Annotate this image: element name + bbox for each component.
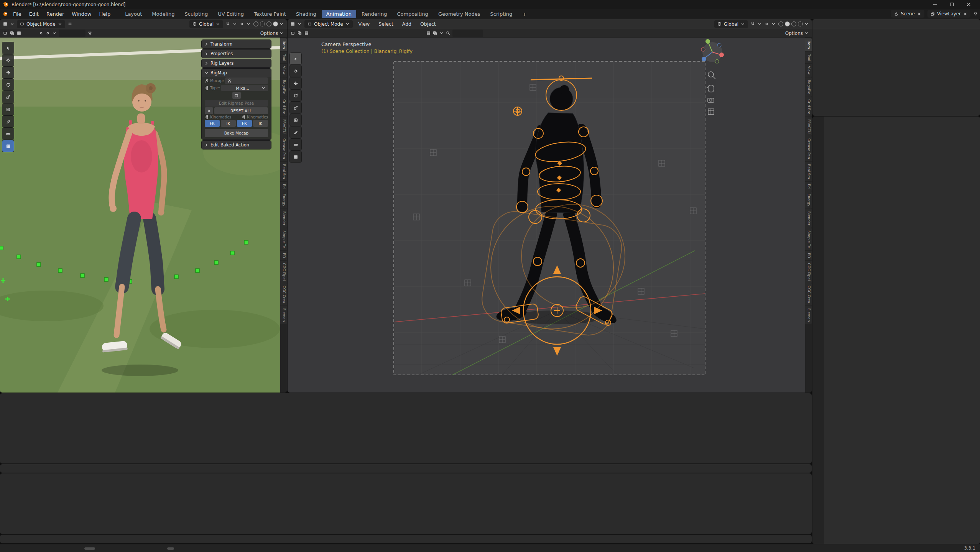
close-button[interactable] [960, 0, 977, 9]
options-dropdown[interactable]: Options [785, 31, 809, 36]
tool-move-button[interactable] [2, 67, 14, 78]
sidebar-tab-blender[interactable]: Blender [280, 209, 287, 228]
workspace-tab-animation[interactable]: Animation [322, 10, 356, 18]
chevron-down-icon[interactable] [247, 22, 251, 26]
select-subtract-icon[interactable] [17, 31, 21, 35]
chevron-down-icon[interactable] [771, 22, 776, 26]
vpl-reset-all-button[interactable]: RESET ALL [214, 107, 268, 114]
minimize-button[interactable] [926, 0, 943, 9]
workspace-tab-geometry-nodes[interactable]: Geometry Nodes [434, 10, 485, 18]
search-icon[interactable] [446, 31, 450, 35]
transform-orientation-dropdown[interactable]: Global [714, 20, 748, 28]
menu-render[interactable]: Render [43, 10, 68, 18]
brush-icon[interactable] [39, 31, 43, 35]
sidebar-tab-simple-te[interactable]: Simple Te [805, 228, 812, 250]
workspace-tab-layout[interactable]: Layout [120, 10, 146, 18]
viewport-menu-object[interactable]: Object [417, 20, 439, 28]
options-dropdown[interactable]: Options [260, 31, 284, 36]
chevron-down-icon[interactable] [10, 22, 14, 26]
select-mode-icon[interactable] [291, 31, 295, 35]
sidebar-tab-grid-bre[interactable]: Grid Bre [805, 97, 812, 117]
tool-rotate-button[interactable] [2, 79, 14, 90]
tool-move-button[interactable] [290, 77, 301, 89]
shading-rendered-icon[interactable] [798, 21, 803, 26]
filter-icon[interactable] [88, 31, 92, 35]
workspace-tab-compositing[interactable]: Compositing [392, 10, 433, 18]
sidebar-tab-item[interactable]: Item [805, 38, 812, 51]
tool-cursor-button[interactable] [290, 65, 301, 77]
scrollbar-nub[interactable] [167, 547, 174, 550]
shading-material-preview-icon[interactable] [791, 21, 796, 26]
unlink-scene-icon[interactable] [917, 12, 921, 16]
shading-rendered-icon[interactable] [273, 21, 278, 26]
sidebar-tab-tool[interactable]: Tool [805, 52, 812, 63]
snap-icon[interactable] [226, 22, 230, 26]
sidebar-tab-item[interactable]: Item [280, 38, 287, 51]
vpl-type-dropdown[interactable]: Mixa... [221, 85, 268, 91]
sidebar-tab-simple-te[interactable]: Simple Te [280, 228, 287, 250]
workspace-tab-modeling[interactable]: Modeling [147, 10, 179, 18]
sidebar-tab-pd[interactable]: PD [805, 251, 812, 260]
tool-annotate-button[interactable] [290, 127, 301, 138]
chevron-down-icon[interactable] [804, 22, 809, 26]
sidebar-tab-elemen[interactable]: Elemen [280, 306, 287, 324]
sidebar-tab-blender[interactable]: Blender [805, 209, 812, 228]
viewport-left[interactable]: Object ModeGlobal Options [0, 19, 287, 393]
vpl-edit-rigmap-pose-button[interactable]: Edit Rigmap Pose [205, 100, 268, 107]
blender-menu-icon[interactable] [2, 11, 8, 17]
sidebar-tab-cgc-crea[interactable]: CGC Crea [280, 283, 287, 306]
menu-help[interactable]: Help [95, 10, 115, 18]
workspace-tab-scripting[interactable]: Scripting [486, 10, 517, 18]
select-mode-icon[interactable] [3, 31, 7, 35]
sidebar-tab-fractu[interactable]: FRACTU [805, 117, 812, 136]
snap-target-icon[interactable] [426, 31, 431, 35]
workspace-tab-texture-paint[interactable]: Texture Paint [249, 10, 291, 18]
sidebar-tab-real-sm[interactable]: Real Sm [805, 162, 812, 181]
sidebar-tab-energy[interactable]: Energy [805, 191, 812, 209]
filter-icon[interactable] [973, 12, 978, 16]
sidebar-tab-bagapie[interactable]: BagaPie [805, 77, 812, 97]
sidebar-tab-pd[interactable]: PD [280, 251, 287, 260]
workspace-tab-uv-editing[interactable]: UV Editing [213, 10, 248, 18]
workspace-tab-rendering[interactable]: Rendering [357, 10, 391, 18]
view-layer-selector[interactable]: ViewLayer [927, 10, 970, 18]
tool-select-button[interactable] [290, 53, 301, 64]
select-extend-icon[interactable] [298, 31, 302, 35]
proportional-editing-icon[interactable] [240, 22, 244, 26]
tool-transform-button[interactable] [290, 114, 301, 126]
vpl-ik-toggle-3[interactable]: IK [253, 120, 268, 127]
sidebar-tab-view[interactable]: View [805, 64, 812, 77]
tool-transform-button[interactable] [2, 104, 14, 115]
tool-scale-button[interactable] [290, 102, 301, 113]
tool-search-field[interactable] [452, 30, 483, 37]
scrollbar-nub[interactable] [84, 547, 95, 550]
tool-measure-button[interactable] [290, 139, 301, 150]
proportional-editing-icon[interactable] [765, 22, 769, 26]
transform-orientation-dropdown[interactable]: Global [189, 20, 223, 28]
render-preview[interactable]: TransformPropertiesRig LayersRigMapMocap… [0, 38, 280, 393]
chevron-down-icon[interactable] [298, 22, 302, 26]
editor-type-icon[interactable] [291, 22, 295, 26]
viewport-3d-scene[interactable]: Camera Perspective (1) Scene Collection … [288, 38, 805, 393]
overlay-icon[interactable] [433, 31, 437, 35]
collapsed-menus-icon[interactable] [68, 22, 72, 26]
edit-baked-action-header[interactable]: Edit Baked Action [202, 141, 271, 149]
sidebar-tab-grease-pen[interactable]: Grease Pen [280, 136, 287, 161]
panel-transform-header[interactable]: Transform [202, 40, 271, 48]
sidebar-tab-cgc-pipel[interactable]: CGC Pipel [280, 261, 287, 283]
menu-window[interactable]: Window [68, 10, 95, 18]
panel-properties-header[interactable]: Properties [202, 49, 271, 58]
viewport-menu-add[interactable]: Add [399, 20, 414, 28]
tool-setting-field[interactable] [59, 30, 86, 37]
stroke-icon[interactable] [46, 31, 50, 35]
editor-type-icon[interactable] [3, 22, 7, 26]
sidebar-tab-grease-pen[interactable]: Grease Pen [805, 136, 812, 161]
shading-wireframe-icon[interactable] [253, 21, 258, 26]
chevron-down-icon[interactable] [439, 31, 444, 35]
panel-rig-layers-header[interactable]: Rig Layers [202, 59, 271, 67]
sidebar-tab-bagapie[interactable]: BagaPie [280, 77, 287, 97]
vpl-clear-button[interactable] [205, 107, 213, 114]
menu-edit[interactable]: Edit [25, 10, 43, 18]
sidebar-tab-ed[interactable]: Ed [805, 182, 812, 191]
workspace-tab-shading[interactable]: Shading [291, 10, 321, 18]
